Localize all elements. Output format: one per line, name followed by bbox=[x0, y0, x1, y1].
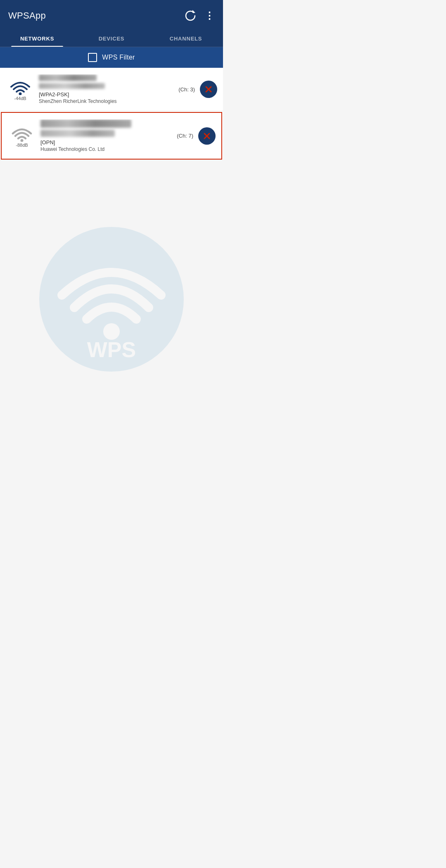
network-info-2: [OPN] Huawei Technologies Co. Ltd bbox=[36, 119, 177, 152]
network-item-1[interactable]: -44dB [WPA2-PSK] ShenZhen RicherLink Tec… bbox=[0, 68, 223, 111]
network-vendor-1: ShenZhen RicherLink Technologies bbox=[39, 98, 178, 104]
svg-point-8 bbox=[103, 323, 120, 340]
header-icons: ⋮ bbox=[184, 9, 215, 22]
network-name-blurred-2a bbox=[40, 119, 131, 128]
network-name-blurred-2b bbox=[40, 130, 115, 137]
close-button-1[interactable] bbox=[200, 81, 217, 98]
tab-networks[interactable]: NETWORKS bbox=[0, 30, 74, 47]
tab-devices[interactable]: DEVICES bbox=[74, 30, 149, 47]
close-button-2[interactable] bbox=[198, 127, 216, 145]
network-channel-1: (Ch: 3) bbox=[178, 86, 195, 93]
app-header: WPSApp ⋮ bbox=[0, 0, 223, 30]
network-name-blurred-1b bbox=[39, 83, 105, 89]
wifi-signal-container-2: -88dB bbox=[7, 124, 36, 148]
refresh-icon[interactable] bbox=[184, 9, 197, 22]
app-title: WPSApp bbox=[8, 10, 46, 21]
svg-point-4 bbox=[21, 139, 24, 142]
svg-point-1 bbox=[19, 93, 22, 95]
network-name-blurred-1 bbox=[39, 74, 97, 81]
wps-filter-checkbox[interactable] bbox=[88, 53, 97, 62]
network-list: -44dB [WPA2-PSK] ShenZhen RicherLink Tec… bbox=[0, 68, 223, 160]
svg-point-7 bbox=[39, 227, 184, 372]
filter-label: WPS Filter bbox=[102, 54, 135, 61]
network-channel-2: (Ch: 7) bbox=[177, 133, 193, 139]
svg-marker-0 bbox=[192, 10, 195, 13]
filter-bar: WPS Filter bbox=[0, 47, 223, 68]
network-security-2: [OPN] bbox=[40, 139, 177, 145]
content-area: -44dB [WPA2-PSK] ShenZhen RicherLink Tec… bbox=[0, 68, 223, 357]
more-menu-icon[interactable]: ⋮ bbox=[204, 10, 215, 21]
network-vendor-2: Huawei Technologies Co. Ltd bbox=[40, 146, 177, 152]
tab-channels[interactable]: CHANNELS bbox=[149, 30, 223, 47]
network-item-2[interactable]: -88dB [OPN] Huawei Technologies Co. Ltd … bbox=[1, 112, 222, 160]
network-info-1: [WPA2-PSK] ShenZhen RicherLink Technolog… bbox=[35, 74, 178, 104]
network-security-1: [WPA2-PSK] bbox=[39, 91, 178, 98]
svg-text:WPS: WPS bbox=[87, 338, 136, 362]
wifi-signal-container-1: -44dB bbox=[6, 78, 35, 101]
wifi-weak-icon bbox=[11, 124, 33, 142]
tab-bar: NETWORKS DEVICES CHANNELS bbox=[0, 30, 223, 47]
wps-watermark: WPS bbox=[37, 225, 186, 374]
signal-db-1: -44dB bbox=[14, 96, 26, 101]
wifi-strong-icon bbox=[9, 78, 31, 95]
signal-db-2: -88dB bbox=[16, 143, 28, 148]
